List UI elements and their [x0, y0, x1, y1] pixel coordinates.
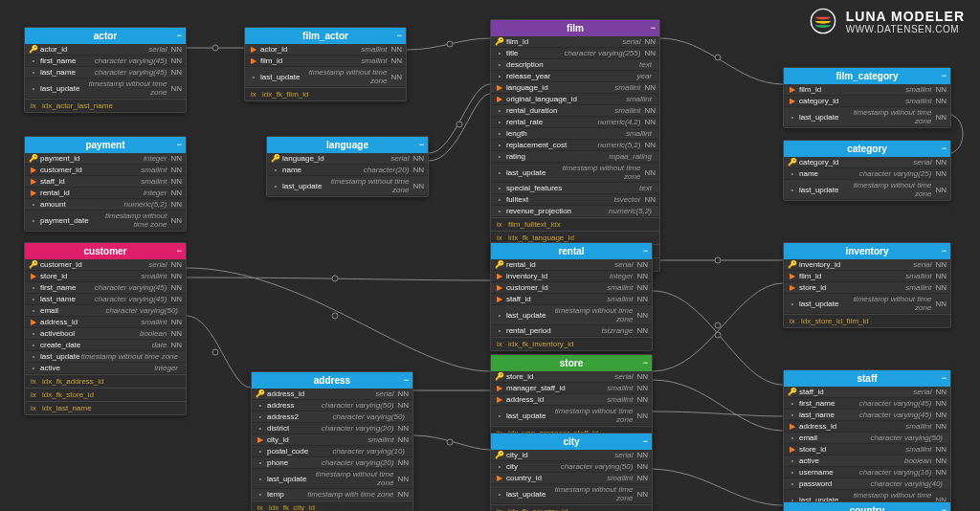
column-row[interactable]: • password character varying(40) [784, 478, 950, 490]
column-row[interactable]: ▶ original_language_id smallint [491, 94, 659, 105]
column-row[interactable]: • username character varying(16) NN [784, 467, 950, 478]
column-row[interactable]: • last_update timestamp without time zon… [784, 294, 950, 314]
index-row[interactable]: ix idx_store_id_film_id [784, 314, 950, 327]
table-header[interactable]: film_category − [784, 68, 950, 84]
column-row[interactable]: 🔑 film_id serial NN [491, 36, 659, 48]
table-header[interactable]: country − [784, 502, 950, 511]
column-row[interactable]: • first_name character varying(45) NN [25, 56, 186, 67]
collapse-icon[interactable]: − [419, 140, 424, 149]
column-row[interactable]: • last_update timestamp without time zon… [784, 180, 950, 200]
table-store[interactable]: store − 🔑 store_id serial NN ▶ manager_s… [490, 354, 653, 440]
column-row[interactable]: • active integer [25, 363, 186, 374]
table-language[interactable]: language − 🔑 language_id serial NN • nam… [266, 136, 429, 197]
index-row[interactable]: ix idx_fk_inventory_id [491, 337, 652, 350]
column-row[interactable]: 🔑 customer_id serial NN [25, 259, 186, 271]
column-row[interactable]: • replacement_cost numeric(5,2) NN [491, 140, 659, 151]
column-row[interactable]: ▶ store_id smallint NN [25, 271, 186, 282]
table-rental[interactable]: rental − 🔑 rental_id serial NN ▶ invento… [490, 242, 653, 351]
table-header[interactable]: store − [491, 355, 652, 371]
column-row[interactable]: • last_update timestamp without time zon… [491, 484, 652, 504]
collapse-icon[interactable]: − [942, 71, 947, 80]
column-row[interactable]: • amount numeric(5,2) NN [25, 199, 186, 211]
collapse-icon[interactable]: − [177, 246, 182, 256]
column-row[interactable]: • first_name character varying(45) NN [25, 282, 186, 294]
collapse-icon[interactable]: − [404, 375, 409, 385]
index-row[interactable]: ix idx_fk_country_id [491, 504, 652, 511]
column-row[interactable]: ▶ actor_id smallint NN [245, 44, 406, 56]
collapse-icon[interactable]: − [177, 31, 182, 40]
column-row[interactable]: • fulltext tsvector NN [491, 194, 659, 206]
column-row[interactable]: • address character varying(50) NN [252, 400, 412, 411]
table-film[interactable]: film − 🔑 film_id serial NN • title chara… [490, 19, 660, 272]
column-row[interactable]: 🔑 actor_id serial NN [25, 44, 186, 56]
column-row[interactable]: • description text [491, 59, 659, 71]
column-row[interactable]: • create_date date NN [25, 340, 186, 351]
column-row[interactable]: • active boolean NN [784, 455, 950, 467]
column-row[interactable]: • last_name character varying(45) NN [784, 410, 950, 421]
table-header[interactable]: inventory − [784, 243, 950, 259]
column-row[interactable]: • first_name character varying(45) NN [784, 398, 950, 410]
column-row[interactable]: • rental_rate numeric(4,2) NN [491, 117, 659, 128]
table-country[interactable]: country − [783, 501, 951, 511]
column-row[interactable]: • last_name character varying(45) NN [25, 67, 186, 78]
index-row[interactable]: ix idx_actor_last_name [25, 99, 186, 112]
collapse-icon[interactable]: − [942, 246, 947, 256]
column-row[interactable]: ▶ address_id smallint NN [491, 394, 652, 406]
table-header[interactable]: customer − [25, 243, 186, 259]
table-inventory[interactable]: inventory − 🔑 inventory_id serial NN ▶ f… [783, 242, 951, 328]
column-row[interactable]: 🔑 category_id serial NN [784, 157, 950, 168]
index-row[interactable]: ix idx_fk_address_id [25, 374, 186, 388]
column-row[interactable]: ▶ film_id smallint NN [784, 84, 950, 96]
table-header[interactable]: address − [252, 372, 412, 389]
index-row[interactable]: ix idx_last_name [25, 401, 186, 414]
column-row[interactable]: • rental_period tstzrange NN [491, 325, 652, 337]
column-row[interactable]: • last_update timestamp without time zon… [267, 176, 428, 196]
table-city[interactable]: city − 🔑 city_id serial NN • city charac… [490, 433, 653, 511]
column-row[interactable]: • last_update timestamp without time zon… [25, 78, 186, 99]
table-header[interactable]: payment − [25, 137, 186, 153]
table-header[interactable]: language − [267, 137, 428, 153]
column-row[interactable]: • phone character varying(20) NN [252, 457, 412, 469]
table-film_category[interactable]: film_category − ▶ film_id smallint NN ▶ … [783, 67, 951, 128]
collapse-icon[interactable]: − [397, 31, 402, 40]
column-row[interactable]: ▶ manager_staff_id smallint NN [491, 383, 652, 394]
collapse-icon[interactable]: − [942, 505, 947, 511]
collapse-icon[interactable]: − [942, 373, 947, 383]
column-row[interactable]: 🔑 inventory_id serial NN [784, 259, 950, 271]
column-row[interactable]: 🔑 rental_id serial NN [491, 259, 652, 271]
index-row[interactable]: ix idx_fk_store_id [25, 388, 186, 401]
column-row[interactable]: 🔑 staff_id serial NN [784, 387, 950, 398]
column-row[interactable]: ▶ staff_id smallint NN [491, 294, 652, 305]
column-row[interactable]: • activebool boolean NN [25, 328, 186, 340]
column-row[interactable]: • last_update timestamp without time zon… [784, 107, 950, 127]
index-row[interactable]: ix film_fulltext_idx [491, 217, 659, 231]
table-staff[interactable]: staff − 🔑 staff_id serial NN • first_nam… [783, 369, 951, 511]
column-row[interactable]: ▶ language_id smallint NN [491, 82, 659, 94]
column-row[interactable]: 🔑 payment_id integer NN [25, 153, 186, 165]
column-row[interactable]: • rating mpaa_rating [491, 151, 659, 163]
table-address[interactable]: address − 🔑 address_id serial NN • addre… [251, 371, 413, 511]
collapse-icon[interactable]: − [177, 140, 182, 149]
column-row[interactable]: ▶ category_id smallint NN [784, 96, 950, 107]
column-row[interactable]: • last_update timestamp without time zon… [491, 305, 652, 325]
column-row[interactable]: ▶ store_id smallint NN [784, 444, 950, 455]
index-row[interactable]: ix idx_fk_film_id [245, 87, 406, 100]
collapse-icon[interactable]: − [643, 246, 648, 256]
column-row[interactable]: ▶ film_id smallint NN [784, 271, 950, 282]
column-row[interactable]: • length smallint [491, 128, 659, 140]
column-row[interactable]: • special_features text [491, 183, 659, 194]
column-row[interactable]: ▶ store_id smallint NN [784, 282, 950, 294]
collapse-icon[interactable]: − [643, 358, 648, 367]
column-row[interactable]: • last_name character varying(45) NN [25, 294, 186, 305]
column-row[interactable]: • address2 character varying(50) [252, 411, 412, 423]
column-row[interactable]: • email character varying(50) [784, 433, 950, 444]
column-row[interactable]: ▶ rental_id integer NN [25, 188, 186, 199]
column-row[interactable]: • temp timestamp with time zone NN [252, 489, 412, 500]
column-row[interactable]: ▶ inventory_id integer NN [491, 271, 652, 282]
column-row[interactable]: • title character varying(255) NN [491, 48, 659, 59]
table-category[interactable]: category − 🔑 category_id serial NN • nam… [783, 140, 951, 201]
table-header[interactable]: film − [491, 20, 659, 36]
column-row[interactable]: • district character varying(20) NN [252, 423, 412, 434]
table-header[interactable]: city − [491, 433, 652, 450]
table-header[interactable]: staff − [784, 370, 950, 387]
